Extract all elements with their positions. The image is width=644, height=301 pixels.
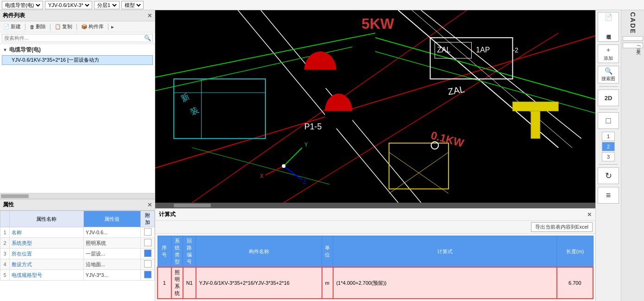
sep2 bbox=[50, 24, 51, 30]
svg-text:ZAL: ZAL bbox=[437, 46, 450, 54]
hscroll-thumb[interactable] bbox=[1, 194, 29, 198]
component-list-toolbar: 📄 新建 🗑 删除 📋 复制 📦 构件库 bbox=[0, 21, 155, 32]
prop-value-1: YJV-0.6... bbox=[83, 227, 140, 238]
svg-rect-30 bbox=[531, 111, 540, 138]
calc-col-length: 长度(m) bbox=[557, 236, 593, 268]
rotate-button[interactable]: ↻ bbox=[598, 167, 619, 184]
add-icon: ＋ bbox=[605, 46, 612, 54]
prop-extra-5 bbox=[141, 270, 155, 281]
properties-table: 属性名称 属性值 附加 1 名称 YJV-0.6... bbox=[0, 211, 155, 301]
col-num-header bbox=[0, 211, 10, 227]
new-button[interactable]: 📄 新建 bbox=[2, 23, 22, 31]
cable-spec-dropdown[interactable]: YJV-0.6/1KV-3* bbox=[45, 1, 92, 9]
cable-type-select[interactable]: 电缆导管(电) bbox=[3, 2, 42, 8]
cad-scrollbar-horizontal[interactable] bbox=[155, 203, 595, 208]
view-2d-label: 2D bbox=[605, 95, 612, 102]
main-area: 构件列表 ✕ 📄 新建 🗑 删除 📋 复制 bbox=[0, 10, 644, 301]
delete-label: 删除 bbox=[36, 23, 46, 30]
svg-rect-29 bbox=[512, 102, 558, 111]
prop-value-5: YJV-3*3... bbox=[83, 270, 140, 281]
checkbox-2[interactable] bbox=[144, 239, 152, 246]
cade-label: CADE bbox=[629, 12, 637, 34]
prop-value-2: 照明系统 bbox=[83, 238, 140, 249]
calc-table-header-row: 序号 系统类型 回路编号 构件名称 单位 计算式 长度(m) bbox=[158, 236, 593, 268]
checkbox-3[interactable] bbox=[144, 250, 152, 257]
right-sidebar: 📄 图纸管理 ＋ 添加 🔍 搜索图 2D □ 1 2 3 ↻ ≡ bbox=[595, 10, 621, 301]
new-label: 新建 bbox=[11, 23, 21, 30]
svg-rect-22 bbox=[325, 111, 352, 128]
export-button[interactable]: 导出当前表内容到Excel bbox=[531, 222, 593, 232]
properties-header: 属性 ✕ bbox=[0, 199, 155, 211]
more-icon[interactable]: ▸ bbox=[111, 24, 114, 30]
library-icon: 📦 bbox=[81, 24, 88, 30]
sidebar-sep-3 bbox=[599, 164, 618, 165]
checkbox-4[interactable] bbox=[144, 260, 152, 268]
library-label: 构件库 bbox=[88, 23, 104, 30]
prop-name-3: 所在位置 bbox=[10, 249, 84, 259]
calc-col-compname: 构件名称 bbox=[196, 236, 322, 268]
row-num-4: 4 bbox=[0, 259, 10, 270]
prop-name-5: 电缆规格型号 bbox=[10, 270, 84, 281]
svg-text:X: X bbox=[260, 173, 264, 179]
col-name-header: 属性名称 bbox=[10, 211, 84, 227]
calc-table: 序号 系统类型 回路编号 构件名称 单位 计算式 长度(m) 1 照明系统 bbox=[157, 236, 593, 299]
prop-value-4: 沿地面... bbox=[83, 259, 140, 270]
copy-button[interactable]: 📋 复制 bbox=[53, 23, 74, 31]
select-frame-button[interactable]: 选择框 bbox=[623, 36, 643, 41]
list-view-button[interactable]: ≡ bbox=[598, 187, 619, 204]
properties-close[interactable]: ✕ bbox=[147, 202, 152, 208]
cable-type-dropdown[interactable]: 电缆导管(电) bbox=[2, 1, 43, 9]
prop-name-2: 系统类型 bbox=[10, 238, 84, 249]
cable-spec-select[interactable]: YJV-0.6/1KV-3* bbox=[46, 2, 91, 8]
new-icon: 📄 bbox=[3, 24, 10, 30]
add-button[interactable]: ＋ 添加 bbox=[598, 45, 619, 63]
col-value-header: 属性值 bbox=[83, 211, 140, 227]
view-num-1-btn[interactable]: 1 bbox=[602, 132, 615, 141]
rotate-icon: ↻ bbox=[605, 171, 612, 181]
tree-category[interactable]: ▼ 电缆导管(电) bbox=[0, 45, 155, 55]
top-toolbar: 电缆导管(电) YJV-0.6/1KV-3* 分层1 模型 bbox=[0, 0, 644, 10]
drawing-mgmt-button[interactable]: 📄 图纸管理 bbox=[598, 12, 619, 42]
cad-canvas[interactable]: 新 装 ZAL 1AP -2 ZAL bbox=[155, 10, 595, 203]
calc-cell-systype: 照明系统 bbox=[171, 267, 183, 299]
sidebar-sep-2 bbox=[599, 109, 618, 109]
view-num-group: 1 2 3 bbox=[602, 132, 615, 161]
component-list-header: 构件列表 ✕ bbox=[0, 10, 155, 21]
table-row: 4 敷设方式 沿地面... bbox=[0, 259, 155, 270]
calc-title: 计算式 bbox=[159, 211, 176, 218]
row-num-5: 5 bbox=[0, 270, 10, 281]
tree-category-label: 电缆导管(电) bbox=[9, 46, 41, 54]
tree-sub-item[interactable]: YJV-0.6/1KV-3*35+2*16 [一层设备动力 bbox=[2, 55, 153, 65]
cad-scroll-thumb[interactable] bbox=[174, 204, 211, 207]
mode-select[interactable]: 模型 bbox=[123, 2, 142, 8]
calc-cell-num: 1 bbox=[158, 267, 171, 299]
search-drawing-button[interactable]: 🔍 搜索图 bbox=[598, 66, 619, 83]
cad-viewport[interactable]: 新 装 ZAL 1AP -2 ZAL bbox=[155, 10, 595, 208]
layer-dropdown[interactable]: 分层1 bbox=[94, 1, 120, 9]
component-list-hscrollbar[interactable] bbox=[0, 193, 155, 199]
search-drawing-icon: 🔍 bbox=[605, 67, 612, 75]
list-view-icon: ≡ bbox=[606, 191, 611, 200]
copy-label: 复制 bbox=[62, 23, 72, 30]
checkbox-1[interactable] bbox=[144, 228, 152, 236]
library-button[interactable]: 📦 构件库 bbox=[80, 23, 105, 31]
search-input[interactable] bbox=[2, 34, 153, 42]
tree-area: ▼ 电缆导管(电) YJV-0.6/1KV-3*35+2*16 [一层设备动力 bbox=[0, 44, 155, 193]
toggle-button[interactable]: 开/关 bbox=[623, 43, 643, 49]
table-row: 2 系统类型 照明系统 bbox=[0, 238, 155, 249]
component-list-close[interactable]: ✕ bbox=[147, 13, 152, 19]
view-num-3-btn[interactable]: 3 bbox=[602, 152, 615, 161]
svg-rect-20 bbox=[304, 70, 336, 88]
far-right-panel: CADE 选择框 开/关 bbox=[621, 10, 644, 301]
checkbox-5[interactable] bbox=[144, 271, 152, 278]
delete-button[interactable]: 🗑 删除 bbox=[28, 23, 47, 31]
prop-extra-3 bbox=[141, 249, 155, 259]
mode-dropdown[interactable]: 模型 bbox=[121, 1, 144, 9]
view-2d-button[interactable]: 2D bbox=[598, 90, 619, 106]
view-3d-button[interactable]: □ bbox=[598, 112, 619, 129]
view-num-2-btn[interactable]: 2 bbox=[602, 142, 615, 151]
table-row: 5 电缆规格型号 YJV-3*3... bbox=[0, 270, 155, 281]
view-3d-icon: □ bbox=[606, 116, 611, 126]
calc-close-btn[interactable]: ✕ bbox=[587, 211, 592, 218]
layer-select[interactable]: 分层1 bbox=[95, 2, 118, 8]
